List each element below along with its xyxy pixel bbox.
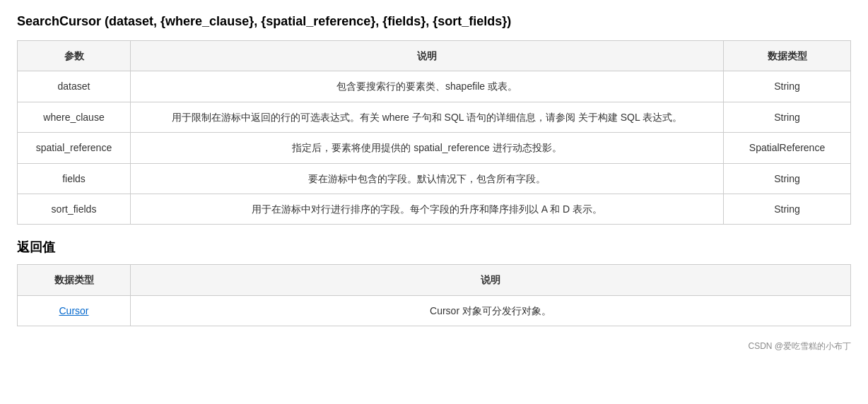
return-section-title: 返回值 <box>17 239 851 256</box>
param-type: String <box>724 194 851 224</box>
return-row: CursorCursor 对象可分发行对象。 <box>18 295 851 326</box>
params-header-type: 数据类型 <box>724 41 851 71</box>
cursor-link[interactable]: Cursor <box>59 305 88 316</box>
param-name: sort_fields <box>18 194 131 224</box>
param-type: String <box>724 163 851 194</box>
param-desc: 要在游标中包含的字段。默认情况下，包含所有字段。 <box>131 163 724 194</box>
return-header-desc: 说明 <box>131 265 851 295</box>
params-header-param: 参数 <box>18 41 131 71</box>
param-desc: 用于在游标中对行进行排序的字段。每个字段的升序和降序排列以 A 和 D 表示。 <box>131 194 724 224</box>
param-type: SpatialReference <box>724 133 851 163</box>
param-desc: 指定后，要素将使用提供的 spatial_reference 进行动态投影。 <box>131 133 724 163</box>
page-title: SearchCursor (dataset, {where_clause}, {… <box>17 14 851 29</box>
param-desc: 用于限制在游标中返回的行的可选表达式。有关 where 子句和 SQL 语句的详… <box>131 102 724 132</box>
params-row: dataset包含要搜索行的要素类、shapefile 或表。String <box>18 71 851 102</box>
param-name: fields <box>18 163 131 194</box>
return-table: 数据类型 说明 CursorCursor 对象可分发行对象。 <box>17 264 851 326</box>
param-name: spatial_reference <box>18 133 131 163</box>
param-name: dataset <box>18 71 131 102</box>
watermark: CSDN @爱吃雪糕的小布丁 <box>17 340 851 352</box>
params-row: sort_fields用于在游标中对行进行排序的字段。每个字段的升序和降序排列以… <box>18 194 851 224</box>
params-table: 参数 说明 数据类型 dataset包含要搜索行的要素类、shapefile 或… <box>17 40 851 225</box>
params-row: spatial_reference指定后，要素将使用提供的 spatial_re… <box>18 133 851 163</box>
param-type: String <box>724 71 851 102</box>
return-desc: Cursor 对象可分发行对象。 <box>131 295 851 326</box>
param-desc: 包含要搜索行的要素类、shapefile 或表。 <box>131 71 724 102</box>
params-row: where_clause用于限制在游标中返回的行的可选表达式。有关 where … <box>18 102 851 132</box>
params-row: fields要在游标中包含的字段。默认情况下，包含所有字段。String <box>18 163 851 194</box>
params-header-desc: 说明 <box>131 41 724 71</box>
return-header-type: 数据类型 <box>18 265 131 295</box>
param-type: String <box>724 102 851 132</box>
param-name: where_clause <box>18 102 131 132</box>
return-type[interactable]: Cursor <box>18 295 131 326</box>
